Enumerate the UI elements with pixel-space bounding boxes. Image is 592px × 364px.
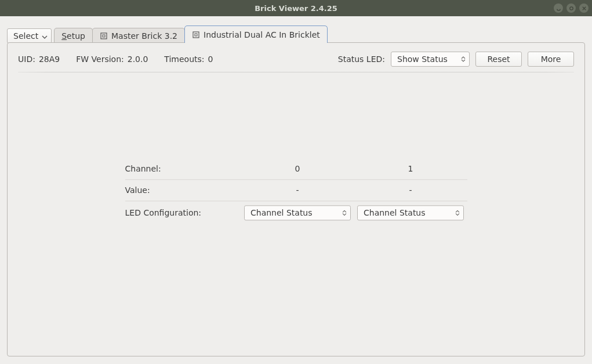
value-row-label: Value: <box>125 185 241 195</box>
status-led-value: Show Status <box>397 54 448 64</box>
tab-setup[interactable]: Setup <box>54 28 93 43</box>
svg-point-0 <box>569 6 572 9</box>
updown-icon <box>454 208 461 218</box>
tab-industrial-dual-ac-in[interactable]: Industrial Dual AC In Bricklet <box>184 26 328 43</box>
uid-value: 28A9 <box>39 54 60 64</box>
status-led-label: Status LED: <box>338 54 385 64</box>
led-config-value-1: Channel Status <box>364 208 426 217</box>
row-divider <box>125 179 467 180</box>
divider <box>18 72 574 72</box>
channel-row-label: Channel: <box>125 164 241 173</box>
value-channel-0: - <box>241 185 354 195</box>
bricklet-icon <box>192 31 200 39</box>
window-body: Select Setup Master Brick 3.2 Industrial… <box>0 16 592 364</box>
value-channel-1: - <box>354 185 467 195</box>
svg-rect-2 <box>103 35 105 37</box>
close-icon[interactable] <box>579 3 589 13</box>
top-row: Select Setup Master Brick 3.2 Industrial… <box>7 22 585 43</box>
select-dropdown[interactable]: Select <box>7 28 52 43</box>
reset-label: Reset <box>487 54 510 64</box>
minimize-icon[interactable] <box>554 3 563 13</box>
select-label: Select <box>13 31 38 41</box>
fw-version-field: FW Version: 2.0.0 <box>76 54 148 64</box>
timeouts-value: 0 <box>208 54 213 64</box>
more-button[interactable]: More <box>528 52 574 67</box>
brick-icon <box>100 32 108 40</box>
info-row: UID: 28A9 FW Version: 2.0.0 Timeouts: 0 … <box>18 51 574 67</box>
uid-label: UID: <box>18 54 35 64</box>
updown-icon <box>341 208 348 218</box>
channel-table: Channel: 0 1 Value: - - LED Configuratio… <box>125 158 467 224</box>
uid-field: UID: 28A9 <box>18 54 60 64</box>
title-bar: Brick Viewer 2.4.25 <box>0 0 592 16</box>
svg-rect-4 <box>195 34 197 36</box>
tab-label: Setup <box>61 31 85 41</box>
maximize-icon[interactable] <box>566 3 576 13</box>
tab-label: Industrial Dual AC In Bricklet <box>204 30 320 39</box>
tab-label: Master Brick 3.2 <box>111 31 177 41</box>
tab-bar: Setup Master Brick 3.2 Industrial Dual A… <box>54 26 327 43</box>
reset-button[interactable]: Reset <box>475 52 522 67</box>
window-controls <box>554 0 589 16</box>
svg-rect-3 <box>193 32 199 38</box>
more-label: More <box>541 54 561 64</box>
timeouts-field: Timeouts: 0 <box>164 54 213 64</box>
row-divider <box>125 201 467 201</box>
fw-label: FW Version: <box>76 54 124 64</box>
led-config-select-0[interactable]: Channel Status <box>244 205 351 220</box>
fw-value: 2.0.0 <box>128 54 148 64</box>
timeouts-label: Timeouts: <box>164 54 204 64</box>
channel-header-0: 0 <box>241 164 354 173</box>
led-config-value-0: Channel Status <box>250 208 313 217</box>
led-config-select-1[interactable]: Channel Status <box>357 205 464 220</box>
main-panel: UID: 28A9 FW Version: 2.0.0 Timeouts: 0 … <box>7 42 585 356</box>
ledcfg-row-label: LED Configuration: <box>125 208 241 217</box>
tab-master-brick[interactable]: Master Brick 3.2 <box>92 28 185 43</box>
chevron-down-icon <box>42 31 48 41</box>
updown-icon <box>460 54 467 64</box>
window-title: Brick Viewer 2.4.25 <box>255 4 337 13</box>
channel-header-1: 1 <box>354 164 467 173</box>
svg-rect-1 <box>101 33 107 39</box>
status-led-select[interactable]: Show Status <box>391 52 470 67</box>
